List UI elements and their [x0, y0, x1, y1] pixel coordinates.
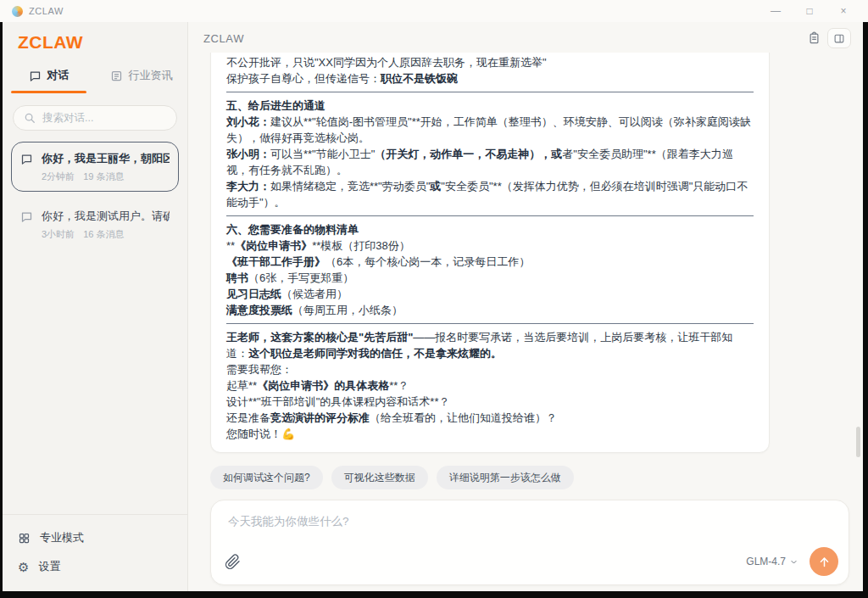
message-line: 您随时说！💪 — [226, 426, 754, 442]
message-divider — [226, 323, 754, 324]
tab-label: 行业资讯 — [129, 68, 173, 83]
sidebar-footer: 专业模式⚙设置 — [3, 514, 187, 591]
search-placeholder: 搜索对话... — [42, 111, 93, 126]
conversation-item[interactable]: 你好，我是王丽华，朝阳区...2分钟前19 条消息 — [11, 142, 179, 192]
message-line: 《班干部工作手册》（6本，每个核心岗一本，记录每日工作） — [226, 254, 754, 270]
tab-label: 对话 — [47, 68, 70, 83]
suggestion-chip[interactable]: 如何调试这个问题? — [210, 466, 323, 489]
chat-scrollbar[interactable] — [856, 427, 860, 457]
message-line: 起草**《岗位申请书》的具体表格**？ — [226, 377, 754, 394]
search-input[interactable]: 搜索对话... — [13, 105, 177, 131]
minimize-button[interactable]: — — [770, 0, 782, 22]
message-line: 见习日志纸（候选者用） — [226, 286, 754, 302]
conversation-title: 你好，我是测试用户。请确... — [42, 209, 170, 224]
message-line: 保护孩子自尊心，但传递信号：职位不是铁饭碗 — [226, 70, 754, 87]
arrow-up-icon — [818, 556, 831, 568]
assistant-message-content: 颁发"卸任证书"（感谢曾经付出），保留"荣誉顾问"头衔（可以随时提建议）——给孩… — [226, 53, 754, 442]
tab-industry-news[interactable]: 行业资讯 — [95, 59, 187, 93]
news-icon — [110, 70, 123, 82]
sidebar-item-label: 设置 — [38, 559, 60, 574]
toggle-panel-button[interactable] — [827, 28, 851, 48]
message-line: 张小明：可以当**"节能小卫士"（开关灯，动作单一，不易走神），或者"安全委员助… — [226, 146, 754, 178]
model-selector[interactable]: GLM-4.7 — [746, 556, 798, 567]
conversation-time: 2分钟前 — [42, 170, 75, 183]
message-line: 王老师，这套方案的核心是"先苦后甜"——报名时要写承诺，当选后要培训，上岗后要考… — [226, 329, 754, 361]
sidebar: ZCLAW 对话行业资讯 搜索对话... 你好，我是王丽华，朝阳区...2分钟前… — [3, 22, 188, 591]
chat-bubble-icon — [29, 70, 42, 82]
main-header: ZCLAW — [188, 22, 863, 53]
chat-bubble-icon — [20, 153, 33, 169]
gear-icon: ⚙ — [18, 561, 29, 573]
message-input-card[interactable]: 今天我能为你做些什么? GLM-4.7 — [210, 500, 849, 585]
message-divider — [226, 215, 754, 216]
grid-icon — [18, 532, 31, 545]
main-panel: ZCLAW 颁发"卸任证书"（感谢曾经付出），保留"荣誉顾问"头衔（可以随时提建… — [188, 22, 863, 591]
sidebar-spacer — [3, 257, 187, 514]
close-button[interactable]: × — [837, 0, 849, 22]
suggestion-chip[interactable]: 详细说明第一步该怎么做 — [437, 466, 574, 489]
message-line: 需要我帮您： — [226, 361, 754, 377]
chat-bubble-icon — [20, 210, 33, 226]
suggestion-chips: 如何调试这个问题?可视化这些数据详细说明第一步该怎么做 — [210, 466, 863, 489]
message-line: 还是准备竞选演讲的评分标准（给全班看的，让他们知道投给谁）？ — [226, 410, 754, 426]
input-placeholder: 今天我能为你做些什么? — [228, 514, 349, 529]
tab-conversations[interactable]: 对话 — [3, 59, 95, 93]
message-line: **《岗位申请书》**模板（打印38份） — [226, 238, 754, 254]
sidebar-tabs: 对话行业资讯 — [3, 59, 187, 93]
conversation-title: 你好，我是王丽华，朝阳区... — [42, 151, 170, 166]
window-titlebar: ZCLAW — □ × — [0, 0, 868, 22]
paperclip-icon — [225, 554, 241, 570]
message-line: 李大力：如果情绪稳定，竞选**"劳动委员"或"安全委员"**（发挥体力优势，但必… — [226, 178, 754, 210]
chevron-down-icon — [790, 558, 798, 566]
maximize-button[interactable]: □ — [804, 0, 815, 22]
conversation-count: 16 条消息 — [83, 228, 124, 241]
header-actions — [808, 28, 851, 48]
conversation-list: 你好，我是王丽华，朝阳区...2分钟前19 条消息你好，我是测试用户。请确...… — [3, 134, 187, 257]
search-icon — [24, 112, 36, 124]
suggestion-chip[interactable]: 可视化这些数据 — [331, 466, 428, 489]
model-name: GLM-4.7 — [746, 556, 786, 567]
assistant-message-card: 颁发"卸任证书"（感谢曾经付出），保留"荣誉顾问"头衔（可以随时提建议）——给孩… — [210, 53, 770, 453]
message-line: 不公开批评，只说"XX同学因为个人原因辞去职务，现在重新选举" — [226, 54, 754, 70]
conversation-count: 19 条消息 — [83, 170, 124, 183]
sidebar-item-pro-mode[interactable]: 专业模式 — [8, 523, 182, 552]
sidebar-item-label: 专业模式 — [40, 530, 84, 545]
chat-area: 颁发"卸任证书"（感谢曾经付出），保留"荣誉顾问"头衔（可以随时提建议）——给孩… — [188, 53, 863, 591]
window-controls: — □ × — [770, 0, 856, 22]
conversation-time: 3小时前 — [42, 228, 75, 241]
conversation-item[interactable]: 你好，我是测试用户。请确...3小时前16 条消息 — [11, 199, 179, 249]
message-line: 刘小花：建议从**"轮值岗-图书管理员"**开始，工作简单（整理书）、环境安静、… — [226, 114, 754, 146]
input-toolbar: GLM-4.7 — [225, 547, 838, 576]
message-line: 六、您需要准备的物料清单 — [226, 221, 754, 238]
main-header-title: ZCLAW — [203, 32, 244, 45]
send-button[interactable] — [810, 547, 838, 576]
muscle-emoji: 💪 — [281, 428, 295, 440]
clipboard-icon[interactable] — [808, 31, 821, 45]
message-line: 设计**"班干部培训"的具体课程内容和话术**？ — [226, 394, 754, 410]
conversation-meta: 2分钟前19 条消息 — [42, 170, 170, 183]
panel-icon — [833, 33, 845, 44]
attach-button[interactable] — [225, 554, 241, 570]
message-line: 满意度投票纸（每周五用，小纸条） — [226, 302, 754, 318]
message-divider — [226, 92, 754, 92]
sidebar-item-settings[interactable]: ⚙设置 — [8, 552, 182, 581]
window-title: ZCLAW — [29, 6, 64, 16]
app-logo-icon — [12, 6, 23, 17]
app-window: ZCLAW 对话行业资讯 搜索对话... 你好，我是王丽华，朝阳区...2分钟前… — [3, 22, 863, 591]
message-line: 聘书（6张，手写更郑重） — [226, 270, 754, 286]
conversation-meta: 3小时前16 条消息 — [42, 228, 170, 241]
sidebar-logo: ZCLAW — [3, 22, 187, 59]
message-line: 五、给后进生的通道 — [226, 98, 754, 114]
